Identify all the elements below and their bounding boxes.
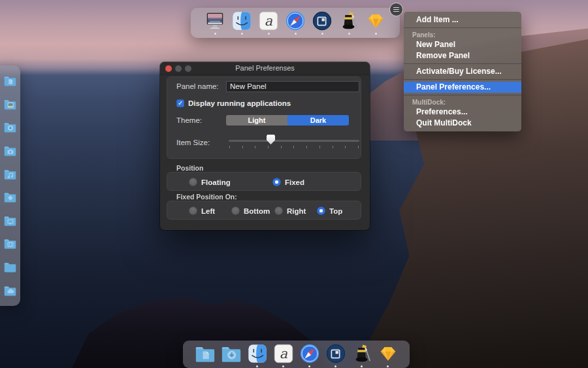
safari-icon[interactable] [284,10,306,35]
theme-segment-light[interactable]: Light [226,115,287,125]
panel-name-input[interactable] [226,81,359,92]
bottom-dock-panel: a [183,341,410,368]
finder-icon[interactable] [231,10,253,35]
position-section-label: Position [176,164,203,172]
dock-menu-button[interactable] [389,3,403,16]
menu-separator [404,27,521,28]
menu-item-new-panel[interactable]: New Panel [404,39,521,50]
dock-context-menu: Add Item ...Panels:New PanelRemove Panel… [404,12,521,131]
panel-name-label: Panel name: [176,82,226,90]
fixed-position-radio-right[interactable]: Right [274,207,306,215]
radio-label: Top [329,207,342,215]
close-button[interactable] [165,65,172,72]
folder-documents-icon[interactable] [194,343,216,367]
folder-downloads-icon[interactable] [220,343,242,367]
theme-label: Theme: [176,116,226,124]
position-radio-floating[interactable]: Floating [189,178,231,186]
top-dock-panel: a [191,8,400,38]
radio-circle[interactable] [189,207,197,215]
menu-item-preferences[interactable]: Preferences... [404,107,521,118]
slider-tick [255,146,255,148]
running-indicator-dot [241,33,243,35]
safari-icon[interactable] [299,343,321,367]
slider-tick [293,146,294,148]
magic-hat-icon[interactable] [351,343,373,367]
radio-label: Left [201,207,215,215]
panel-preferences-dialog: Panel Preferenses Panel name: ✓ Display … [160,62,370,230]
folder-movies-icon[interactable] [3,237,17,250]
radio-circle[interactable] [231,207,240,215]
folder-desktop-icon[interactable] [3,214,17,227]
slider-ticks [229,146,359,148]
menu-item-remove-panel[interactable]: Remove Panel [404,50,521,61]
fixed-position-radio-top[interactable]: Top [317,207,342,215]
theme-segment-dark[interactable]: Dark [287,115,349,125]
menu-item-panel-preferences[interactable]: Panel Preferences... [404,82,521,93]
folder-documents-icon[interactable] [3,74,17,88]
menu-item-quit-multidock[interactable]: Quit MultiDock [404,118,521,129]
running-indicator-dot [387,365,389,367]
finder-icon[interactable] [246,343,269,367]
slider-thumb[interactable] [267,135,275,144]
fixed-position-radio-bottom[interactable]: Bottom [231,207,270,215]
display-running-label: Display running applications [188,99,291,107]
position-radio-fixed[interactable]: Fixed [272,178,304,186]
multidock-icon[interactable] [311,10,333,35]
running-indicator-dot [348,33,350,35]
dialog-titlebar[interactable]: Panel Preferenses [160,62,370,75]
slider-tick [319,146,320,148]
hamburger-menu-icon [393,7,399,8]
folder-camera-icon[interactable] [3,144,17,158]
slider-tick [306,146,307,148]
position-group: FloatingFixed [167,172,361,191]
radio-circle[interactable] [274,207,283,215]
zoom-button[interactable] [185,65,191,72]
folder-downloads-icon[interactable] [3,120,17,134]
checkmark-icon: ✓ [178,99,183,107]
radio-label: Fixed [285,178,304,186]
display-running-checkbox[interactable]: ✓ [176,99,184,107]
menu-item-add-item[interactable]: Add Item ... [404,14,521,25]
folder-music-icon[interactable] [3,167,17,181]
traffic-lights [165,65,191,72]
radio-circle[interactable] [189,178,197,186]
sketch-icon[interactable] [377,343,399,367]
svg-text:a: a [279,346,287,361]
menu-separator [404,95,521,95]
fixed-position-group: LeftBottomRightTop [167,201,361,220]
magic-hat-icon[interactable] [338,10,360,35]
running-indicator-dot [321,33,323,35]
multidock-icon[interactable] [325,343,347,367]
svg-text:a: a [265,13,273,29]
sketch-icon[interactable] [365,10,387,35]
radio-circle[interactable] [317,207,325,215]
script-a-icon[interactable]: a [272,343,295,367]
folder-cloud-icon[interactable] [3,284,17,297]
minimize-button[interactable] [175,65,182,72]
folder-plain-icon[interactable] [3,260,17,274]
running-indicator-dot [375,33,377,35]
folder-diamond-icon[interactable] [3,190,17,204]
folder-photos-icon[interactable] [3,97,17,111]
item-size-slider[interactable] [229,133,359,152]
theme-segmented-control: LightDark [226,115,349,125]
menu-section-panels: Panels: [404,30,521,39]
slider-track[interactable] [229,140,359,142]
running-indicator-dot [335,365,336,367]
running-indicator-dot [268,33,270,35]
menu-separator [404,63,521,64]
script-a-icon[interactable]: a [257,10,280,35]
running-indicator-dot [295,33,297,35]
slider-tick [333,146,333,148]
radio-circle[interactable] [272,178,281,186]
left-dock-panel [0,65,20,306]
slider-tick [268,146,269,148]
fixed-position-section-label: Fixed Position On: [176,193,237,201]
slider-tick [242,146,243,148]
running-indicator-dot [256,365,258,367]
running-indicator-dot [282,365,284,367]
radio-label: Bottom [244,207,270,215]
fixed-position-radio-left[interactable]: Left [189,207,215,215]
menu-item-activate-buy-license[interactable]: Activate/Buy License... [404,66,521,77]
display-icon[interactable] [204,10,226,35]
